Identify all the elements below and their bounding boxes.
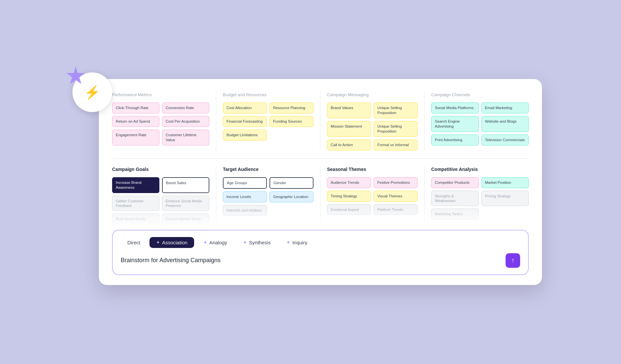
card-financial-forecasting[interactable]: Financial Forecasting xyxy=(223,116,267,127)
card-cost-allocation[interactable]: Cost Allocation xyxy=(223,102,267,113)
section-title-seasonal: Seasonal Themes xyxy=(327,167,418,172)
section-title-goals: Campaign Goals xyxy=(112,167,209,172)
card-audience-trends[interactable]: Audience Trends xyxy=(327,177,371,188)
card-strengths-weaknesses[interactable]: Strengths & Weaknesses xyxy=(431,191,479,206)
section-competitive-analysis: Competitive Analysis Competitor Products… xyxy=(425,167,529,224)
card-click-through-rate[interactable]: Click-Through Rate xyxy=(112,102,159,113)
cards-grid-seasonal: Audience Trends Festive Promotions Timin… xyxy=(327,177,418,215)
card-timing-strategy[interactable]: Timing Strategy xyxy=(327,191,371,202)
bottom-toolbar: Direct ✦ Association ✦ Analogy ✦ Synthes… xyxy=(112,230,529,275)
send-icon: ↑ xyxy=(511,257,515,264)
section-title-channels: Campaign Channels xyxy=(431,92,529,97)
card-festive-promotions[interactable]: Festive Promotions xyxy=(374,177,418,188)
section-title-performance: Performance Metrics xyxy=(112,92,209,97)
card-expand-market-share[interactable]: Expand Market Share xyxy=(162,214,209,224)
tab-analogy[interactable]: ✦ Analogy xyxy=(197,237,234,248)
card-emotional-appeal[interactable]: Emotional Appeal xyxy=(327,204,371,215)
card-engagement-rate[interactable]: Engagement Rate xyxy=(112,130,159,145)
tab-inquiry[interactable]: ✦ Inquiry xyxy=(280,237,314,248)
section-campaign-messaging: Campaign Messaging Brand Values Unique S… xyxy=(320,92,425,150)
cards-grid-goals: Increase Brand Awareness Boost Sales Gat… xyxy=(112,177,209,224)
section-campaign-goals: Campaign Goals Increase Brand Awareness … xyxy=(112,167,216,224)
card-cost-per-acquisition[interactable]: Cost Per Acquisition xyxy=(162,116,209,127)
bottom-sections-row: Campaign Goals Increase Brand Awareness … xyxy=(112,167,529,224)
section-campaign-channels: Campaign Channels Social Media Platforms… xyxy=(425,92,529,150)
sparkle-icon-inquiry: ✦ xyxy=(286,240,290,245)
cards-grid-channels: Social Media Platforms Email Marketing S… xyxy=(431,102,529,145)
card-mission-statement[interactable]: Mission Statement xyxy=(327,121,371,137)
card-competitor-products[interactable]: Competitor Products xyxy=(431,177,479,188)
cards-grid-audience: Age Groups Gender Income Levels Geograph… xyxy=(223,177,313,216)
section-seasonal-themes: Seasonal Themes Audience Trends Festive … xyxy=(320,167,425,224)
card-funding-sources[interactable]: Funding Sources xyxy=(269,116,313,127)
section-title-budget: Budget and Resources xyxy=(223,92,313,97)
cards-grid-budget: Cost Allocation Resource Planning Financ… xyxy=(223,102,313,141)
card-enhance-social-media[interactable]: Enhance Social Media Presence xyxy=(162,196,209,211)
card-gender[interactable]: Gender xyxy=(269,177,313,189)
card-visual-themes[interactable]: Visual Themes xyxy=(374,191,418,202)
tab-synthesis[interactable]: ✦ Synthesis xyxy=(236,237,277,248)
card-website-blogs[interactable]: Website and Blogs xyxy=(481,116,529,132)
main-card: Performance Metrics Click-Through Rate C… xyxy=(99,79,542,285)
card-pricing-strategy[interactable]: Pricing Strategy xyxy=(481,191,529,206)
card-resource-planning[interactable]: Resource Planning xyxy=(269,102,313,113)
card-search-engine-advertising[interactable]: Search Engine Advertising xyxy=(431,116,479,132)
card-age-groups[interactable]: Age Groups xyxy=(223,177,267,189)
card-income-levels[interactable]: Income Levels xyxy=(223,191,267,202)
outer-container: ⚡ Performance Metrics Click-Through Rate… xyxy=(79,79,542,285)
card-formal-vs-informal[interactable]: Formal vs Informal xyxy=(374,140,418,150)
card-brand-values[interactable]: Brand Values xyxy=(327,102,371,118)
tab-association[interactable]: ✦ Association xyxy=(149,237,194,248)
section-title-competitive: Competitive Analysis xyxy=(431,167,529,172)
card-unique-selling-1[interactable]: Unique Selling Proposition xyxy=(374,102,418,118)
tab-direct[interactable]: Direct xyxy=(121,237,147,248)
card-email-marketing[interactable]: Email Marketing xyxy=(481,102,529,113)
card-marketing-tactics[interactable]: Marketing Tactics xyxy=(431,209,479,219)
mascot: ⚡ xyxy=(66,66,119,119)
lightning-icon: ⚡ xyxy=(84,85,101,100)
sparkle-icon-synthesis: ✦ xyxy=(243,240,247,245)
card-market-position[interactable]: Market Position xyxy=(481,177,529,188)
section-target-audience: Target Audience Age Groups Gender Income… xyxy=(216,167,320,224)
tabs-row: Direct ✦ Association ✦ Analogy ✦ Synthes… xyxy=(121,237,520,248)
card-geographic-location[interactable]: Geographic Location xyxy=(269,191,313,202)
card-return-on-ad-spend[interactable]: Return on Ad Spend xyxy=(112,116,159,127)
sparkle-icon-association: ✦ xyxy=(156,240,160,245)
card-print-advertising[interactable]: Print Advertising xyxy=(431,135,479,145)
sparkle-icon-analogy: ✦ xyxy=(203,240,207,245)
svg-marker-0 xyxy=(66,66,85,84)
card-social-media[interactable]: Social Media Platforms xyxy=(431,102,479,113)
card-platform-trends[interactable]: Platform Trends xyxy=(374,204,418,215)
card-boost-sales[interactable]: Boost Sales xyxy=(162,177,209,193)
brainstorm-input[interactable] xyxy=(121,257,502,264)
send-button[interactable]: ↑ xyxy=(506,253,520,268)
card-increase-brand-awareness[interactable]: Increase Brand Awareness xyxy=(112,177,159,193)
card-television-commercials[interactable]: Television Commercials xyxy=(481,135,529,145)
section-title-messaging: Campaign Messaging xyxy=(327,92,418,97)
section-budget-resources: Budget and Resources Cost Allocation Res… xyxy=(216,92,320,150)
card-customer-lifetime-value[interactable]: Customer Lifetime Value xyxy=(162,130,209,145)
card-unique-selling-2[interactable]: Unique Selling Proposition xyxy=(374,121,418,137)
card-call-to-action[interactable]: Call to Action xyxy=(327,140,371,150)
input-row: ↑ xyxy=(121,253,520,268)
section-title-audience: Target Audience xyxy=(223,167,313,172)
card-budget-limitations[interactable]: Budget Limitations xyxy=(223,130,267,141)
cards-grid-performance: Click-Through Rate Conversion Rate Retur… xyxy=(112,102,209,145)
card-interests-hobbies[interactable]: Interests and Hobbies xyxy=(223,205,267,216)
cards-grid-competitive: Competitor Products Market Position Stre… xyxy=(431,177,529,220)
card-conversion-rate[interactable]: Conversion Rate xyxy=(162,102,209,113)
star-decoration-icon xyxy=(66,66,86,86)
top-sections-row: Performance Metrics Click-Through Rate C… xyxy=(112,92,529,159)
card-build-brand-equity[interactable]: Build Brand Equity xyxy=(112,214,159,224)
section-performance-metrics: Performance Metrics Click-Through Rate C… xyxy=(112,92,216,150)
cards-grid-messaging: Brand Values Unique Selling Proposition … xyxy=(327,102,418,150)
card-gather-customer-feedback[interactable]: Gather Customer Feedback xyxy=(112,196,159,211)
